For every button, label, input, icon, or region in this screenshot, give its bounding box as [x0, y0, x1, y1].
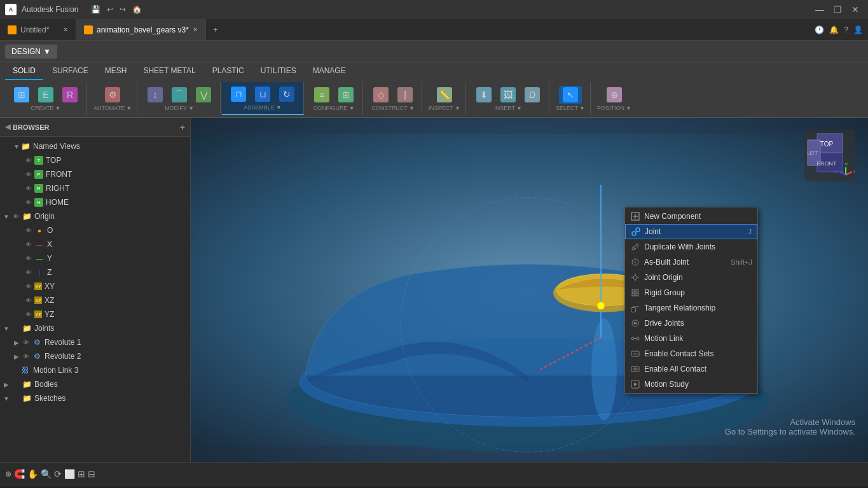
menu-item-tangent-relationship[interactable]: Tangent Relationship — [625, 300, 757, 316]
revolute1-visibility-icon[interactable]: 👁 — [22, 338, 31, 347]
select-group-label[interactable]: SELECT▼ — [556, 105, 585, 111]
origin-xz-visibility-icon[interactable]: 👁 — [24, 296, 33, 305]
home-icon[interactable]: 🏠 — [130, 4, 144, 15]
menu-item-enable-contact-sets[interactable]: Enable Contact Sets — [625, 346, 757, 361]
sketches-expand-icon[interactable]: ▼ — [3, 394, 10, 402]
tree-origin-x[interactable]: 👁 — X — [0, 237, 190, 251]
tree-origin-xy[interactable]: 👁 XY XY — [0, 279, 190, 293]
close-button[interactable]: ✕ — [848, 2, 863, 17]
tree-bodies[interactable]: ▶ 📁 Bodies — [0, 377, 190, 391]
automate-button[interactable]: ⚙ — [101, 86, 124, 104]
menu-item-motion-study[interactable]: Motion Study — [625, 377, 757, 392]
tree-origin-yz[interactable]: 👁 YZ YZ — [0, 307, 190, 321]
view-settings-icon[interactable]: ⊟ — [88, 469, 95, 479]
construct-plane-button[interactable]: ◇ — [369, 86, 392, 104]
tab-close-untitled[interactable]: ✕ — [63, 26, 68, 33]
toolbar-tab-utilities[interactable]: UTILITIES — [253, 62, 304, 80]
tab-help-icon[interactable]: ? — [844, 25, 848, 34]
origin-expand-icon[interactable]: ▼ — [3, 213, 10, 220]
origin-xy-visibility-icon[interactable]: 👁 — [24, 282, 33, 291]
insert-decal-button[interactable]: D — [521, 86, 544, 104]
revolute2-visibility-icon[interactable]: 👁 — [22, 352, 31, 361]
select-button[interactable]: ↖ — [559, 86, 582, 104]
orbit-icon[interactable]: ⟳ — [54, 469, 62, 479]
tree-named-views[interactable]: ▼ 📁 Named Views — [0, 139, 190, 153]
collapse-icon[interactable]: ◀ — [5, 123, 10, 131]
maximize-button[interactable]: ❐ — [830, 2, 845, 17]
redo-icon[interactable]: ↪ — [117, 4, 128, 15]
revolute2-expand-icon[interactable]: ▶ — [13, 352, 20, 360]
tree-origin-o[interactable]: 👁 ● O — [0, 223, 190, 237]
position-group-label[interactable]: POSITION▼ — [597, 105, 631, 111]
pan-icon[interactable]: ✋ — [27, 469, 38, 479]
tab-animation[interactable]: animation_bevel_gears v3* ✕ — [76, 19, 206, 40]
minimize-button[interactable]: — — [812, 2, 827, 17]
construct-axis-button[interactable]: | — [394, 86, 417, 104]
assemble-as-built-button[interactable]: ⊔ — [251, 85, 274, 103]
construct-group-label[interactable]: CONSTRUCT▼ — [371, 105, 414, 111]
joints-expand-icon[interactable]: ▼ — [3, 324, 10, 332]
display-icon[interactable]: ⬜ — [64, 469, 75, 479]
menu-item-duplicate-joints[interactable]: Duplicate With Joints — [625, 239, 757, 254]
magnet-icon[interactable]: 🧲 — [14, 469, 25, 479]
origin-x-visibility-icon[interactable]: 👁 — [24, 240, 33, 249]
bodies-expand-icon[interactable]: ▶ — [3, 380, 10, 388]
tree-motion-link3[interactable]: ⛓ Motion Link 3 — [0, 363, 190, 377]
right-visibility-icon[interactable]: 👁 — [24, 184, 33, 193]
toolbar-tab-surface[interactable]: SURFACE — [45, 62, 96, 80]
assemble-joint-button[interactable]: ⊓ — [227, 85, 250, 103]
tree-origin-xz[interactable]: 👁 XZ XZ — [0, 293, 190, 307]
tree-view-right[interactable]: 👁 R RIGHT — [0, 181, 190, 195]
toolbar-tab-plastic[interactable]: PLASTIC — [205, 62, 252, 80]
new-tab-button[interactable]: + — [206, 19, 225, 40]
origin-visibility-icon[interactable]: 👁 — [11, 212, 20, 221]
design-dropdown-button[interactable]: DESIGN ▼ — [5, 45, 57, 59]
automate-group-label[interactable]: AUTOMATE▼ — [93, 105, 132, 111]
assemble-motion-button[interactable]: ↻ — [275, 85, 298, 103]
browser-add-icon[interactable]: + — [180, 122, 185, 132]
viewport[interactable]: TOP FRONT LEFT X Y Z New Component — [191, 118, 868, 462]
toolbar-tab-solid[interactable]: SOLID — [5, 62, 43, 80]
origin-o-visibility-icon[interactable]: 👁 — [24, 226, 33, 235]
modify-press-pull-button[interactable]: ↕ — [144, 86, 167, 104]
create-extrude-button[interactable]: E — [34, 86, 57, 104]
named-views-expand-icon[interactable]: ▼ — [13, 143, 20, 150]
tree-origin-y[interactable]: 👁 — Y — [0, 251, 190, 265]
origin-y-visibility-icon[interactable]: 👁 — [24, 254, 33, 263]
home-visibility-icon[interactable]: 👁 — [24, 198, 33, 207]
front-visibility-icon[interactable]: 👁 — [24, 170, 33, 179]
menu-item-rigid-group[interactable]: Rigid Group — [625, 285, 757, 300]
toolbar-tab-manage[interactable]: MANAGE — [305, 62, 354, 80]
create-new-component-button[interactable]: ⊞ — [10, 86, 33, 104]
tree-joints[interactable]: ▼ 📁 Joints — [0, 321, 190, 335]
origin-yz-visibility-icon[interactable]: 👁 — [24, 310, 33, 319]
zoom-icon[interactable]: 🔍 — [41, 469, 52, 479]
insert-button[interactable]: ⬇ — [472, 86, 495, 104]
inspect-group-label[interactable]: INSPECT▼ — [429, 105, 460, 111]
tab-notification-icon[interactable]: 🔔 — [829, 25, 839, 34]
assemble-group-label[interactable]: ASSEMBLE▼ — [244, 104, 281, 111]
modify-fillet-button[interactable]: ⌒ — [168, 86, 191, 104]
revolute1-expand-icon[interactable]: ▶ — [13, 338, 20, 346]
undo-icon[interactable]: ↩ — [104, 4, 116, 15]
save-icon[interactable]: 💾 — [88, 4, 103, 15]
tree-origin[interactable]: ▼ 👁 📁 Origin — [0, 209, 190, 223]
menu-item-joint-origin[interactable]: Joint Origin — [625, 270, 757, 285]
modify-chamfer-button[interactable]: ⋁ — [192, 86, 215, 104]
grid-icon[interactable]: ⊞ — [78, 469, 85, 479]
inspect-measure-button[interactable]: 📏 — [433, 86, 456, 104]
position-button[interactable]: ⊕ — [603, 86, 626, 104]
tree-view-front[interactable]: 👁 F FRONT — [0, 167, 190, 181]
configure-table-button[interactable]: ⊞ — [334, 86, 357, 104]
tree-sketches[interactable]: ▼ 📁 Sketches — [0, 391, 190, 405]
create-revolve-button[interactable]: R — [59, 86, 81, 104]
menu-item-as-built-joint[interactable]: As-Built Joint Shift+J — [625, 254, 757, 270]
insert-group-label[interactable]: INSERT▼ — [494, 105, 522, 111]
tree-revolute2[interactable]: ▶ 👁 ⚙ Revolute 2 — [0, 349, 190, 363]
tab-history-icon[interactable]: 🕐 — [815, 25, 824, 34]
origin-z-visibility-icon[interactable]: 👁 — [24, 268, 33, 277]
menu-item-enable-all-contact[interactable]: Enable All Contact — [625, 361, 757, 377]
tree-revolute1[interactable]: ▶ 👁 ⚙ Revolute 1 — [0, 335, 190, 349]
create-group-label[interactable]: CREATE▼ — [31, 105, 61, 111]
top-visibility-icon[interactable]: 👁 — [24, 156, 33, 165]
